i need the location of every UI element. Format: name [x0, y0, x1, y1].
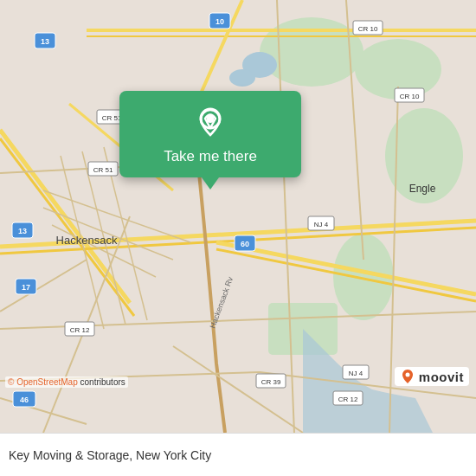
svg-text:10: 10 [215, 17, 224, 26]
svg-point-71 [405, 373, 409, 377]
svg-text:60: 60 [241, 240, 249, 248]
moovit-logo: moovit [395, 367, 469, 386]
svg-text:CR 39: CR 39 [261, 378, 281, 386]
svg-text:46: 46 [20, 396, 29, 404]
svg-text:Hackensack: Hackensack [56, 234, 118, 247]
map-container: 13 10 CR 10 CR 10 CR 51 CR 51 13 17 CR 1… [0, 0, 476, 433]
moovit-brand-text: moovit [419, 370, 464, 384]
location-label: Key Moving & Storage, New York City [9, 448, 211, 462]
svg-text:CR 12: CR 12 [338, 396, 358, 403]
svg-text:13: 13 [41, 37, 49, 46]
svg-text:Engle: Engle [409, 183, 436, 195]
svg-text:NJ 4: NJ 4 [349, 370, 363, 377]
attribution-text: © OpenStreetMap contributors [8, 377, 125, 387]
take-me-there-button[interactable]: Take me there [164, 148, 257, 165]
openstreetmap-link[interactable]: © OpenStreetMap [8, 377, 78, 387]
svg-point-70 [207, 116, 214, 123]
svg-text:CR 51: CR 51 [93, 166, 113, 174]
location-pin-icon [194, 106, 227, 139]
moovit-pin-icon [400, 369, 415, 384]
popup-card[interactable]: Take me there [119, 91, 301, 177]
svg-text:NJ 4: NJ 4 [314, 221, 329, 228]
svg-text:17: 17 [22, 283, 30, 292]
svg-point-7 [229, 69, 255, 87]
map-attribution: © OpenStreetMap contributors [5, 376, 128, 388]
svg-text:CR 12: CR 12 [70, 326, 90, 334]
bottom-info-bar: Key Moving & Storage, New York City [0, 433, 476, 476]
svg-text:CR 10: CR 10 [358, 25, 378, 33]
svg-text:13: 13 [18, 227, 27, 235]
svg-text:CR 10: CR 10 [400, 93, 420, 100]
